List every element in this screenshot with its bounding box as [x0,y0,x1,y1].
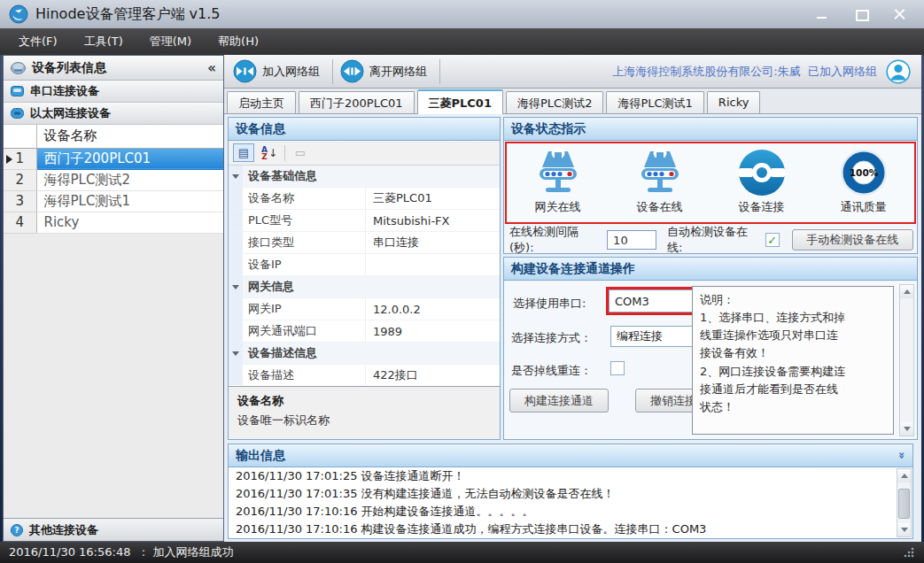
property-row[interactable]: 设备名称 三菱PLC01 [229,188,500,210]
note-scrollbar[interactable] [899,284,914,436]
property-row[interactable]: 设备描述 422接口 [229,365,500,385]
description-text: 设备唯一标识名称 [237,413,491,428]
property-row[interactable]: 网关IP 12.0.0.2 [229,298,500,320]
property-value[interactable]: 1989 [365,320,500,342]
log-line: 2016/11/30 17:01:35 没有构建连接通道，无法自动检测设备是否在… [229,485,912,503]
sidebar-collapse-icon[interactable]: « [207,60,216,76]
status-indicator-frame: 网关在线 设备在线 [505,142,916,224]
tab-hite-plc-test1[interactable]: 海得PLC测试1 [606,91,703,113]
mode-select-label: 选择连接方式： [511,330,592,346]
collapse-arrow-icon[interactable] [232,351,239,356]
toolbar-separator [439,59,440,84]
sidebar-item-other-devices[interactable]: ? 其他连接设备 [4,518,223,541]
serial-device-icon [11,86,24,96]
status-message: 2016/11/30 16:56:48 : 加入网络组成功 [9,544,234,560]
device-connect-icon [737,148,787,197]
property-row[interactable]: PLC型号 Mitsubishi-FX [229,210,500,232]
company-status-text: 上海海得控制系统股份有限公司:朱威 已加入网络组 [612,64,877,80]
log-line: 2016/11/30 17:10:16 开始构建设备连接通道。。。。。 [229,503,912,521]
tab-home[interactable]: 启动主页 [227,91,296,113]
property-category[interactable]: 设备基础信息 [229,166,500,188]
table-row[interactable]: 3 海得PLC测试1 [4,190,223,212]
categorized-view-icon[interactable]: ▤ [233,143,254,162]
build-channel-button[interactable]: 构建连接通道 [509,389,609,413]
menu-bar: 文件(F) 工具(T) 管理(M) 帮助(H) [0,28,924,55]
document-tab-bar: 启动主页 西门子200PLC01 三菱PLC01 海得PLC测试2 海得PLC测… [224,89,921,114]
collapse-arrow-icon[interactable] [232,174,239,179]
device-list-icon [11,62,26,74]
scroll-up-icon[interactable] [900,285,913,298]
reconnect-checkbox[interactable] [610,361,625,375]
interval-input[interactable] [607,230,656,250]
sidebar-item-ethernet-devices[interactable]: 以太网连接设备 [4,103,223,125]
property-value[interactable]: 三菱PLC01 [365,188,500,209]
sidebar-item-label: 其他连接设备 [29,522,98,538]
sidebar-header[interactable]: 设备列表信息 « [4,56,223,81]
device-table: 设备名称 1 西门子200PLC01 2 海得PLC测试2 3 海得PLC测试1… [4,125,223,234]
device-online-indicator: 设备在线 [609,143,710,222]
scroll-down-icon[interactable] [900,422,913,436]
output-collapse-icon[interactable]: » [895,451,908,459]
ethernet-device-icon [11,108,24,119]
auto-detect-checkbox[interactable]: ✓ [765,233,780,247]
property-value[interactable]: 串口连接 [365,232,500,253]
table-row[interactable]: 1 西门子200PLC01 [4,148,223,169]
row-index-cell: 4 [4,212,36,233]
gateway-online-indicator: 网关在线 [507,143,609,222]
property-grid: 设备基础信息 设备名称 三菱PLC01 PLC型号 Mitsubishi-FX [229,166,500,385]
device-name-cell[interactable]: 西门子200PLC01 [36,148,223,169]
device-name-cell[interactable]: 海得PLC测试2 [36,169,223,190]
user-avatar-icon [886,59,911,84]
property-name: 设备描述 [243,365,365,385]
device-info-header: 设备信息 [229,118,500,141]
gateway-online-icon [533,148,583,197]
channel-ops-body: 选择使用串口: COM3 选择连接方式： 编程连接 是否掉线重连： 构 [504,281,917,439]
tab-ricky[interactable]: Ricky [707,91,761,113]
property-row[interactable]: 接口类型 串口连接 [229,232,500,254]
tab-siemens200plc01[interactable]: 西门子200PLC01 [299,91,415,113]
close-icon[interactable] [894,8,906,20]
property-row[interactable]: 设备IP [229,254,500,276]
join-network-button[interactable]: 加入网络组 [231,58,327,85]
property-category[interactable]: 设备描述信息 [229,343,500,365]
resize-grip-icon[interactable] [903,546,915,559]
leave-network-button[interactable]: 离开网络组 [338,58,434,85]
description-title: 设备名称 [237,393,491,409]
alphabetical-sort-icon[interactable]: AZ↓ [259,143,280,162]
tab-mitsubishi-plc01[interactable]: 三菱PLC01 [417,89,503,114]
property-value[interactable]: Mitsubishi-FX [365,210,500,231]
minimize-icon[interactable] [816,8,828,20]
collapse-arrow-icon[interactable] [232,285,239,289]
indicator-label: 网关在线 [535,199,581,215]
device-name-header: 设备名称 [36,125,223,148]
property-category[interactable]: 网关信息 [229,276,500,298]
property-row[interactable]: 网关通讯端口 1989 [229,320,500,343]
manual-detect-button[interactable]: 手动检测设备在线 [792,229,913,251]
output-title: 输出信息 [236,448,285,464]
property-value[interactable]: 12.0.0.2 [365,298,500,320]
scroll-down-icon[interactable] [897,523,911,536]
device-name-cell[interactable]: 海得PLC测试1 [36,190,223,212]
property-name: 设备IP [243,254,365,275]
device-name-cell[interactable]: Ricky [36,212,223,233]
maximize-icon[interactable] [855,8,867,20]
property-value[interactable]: 422接口 [365,365,500,385]
property-name: 接口类型 [243,232,365,253]
output-scrollbar[interactable] [897,468,912,537]
sidebar-item-serial-devices[interactable]: 串口连接设备 [4,81,223,103]
window-title: Hinode设备管理客户端 v1.5 [35,5,220,24]
scrollbar-thumb[interactable] [898,489,910,519]
menu-file[interactable]: 文件(F) [5,28,71,55]
menu-manage[interactable]: 管理(M) [136,28,205,55]
menu-help[interactable]: 帮助(H) [205,28,272,55]
channel-ops-panel: 构建设备连接通道操作 选择使用串口: COM3 选择连接方式： 编程连接 [503,257,918,440]
menu-tools[interactable]: 工具(T) [71,28,136,55]
tab-hite-plc-test2[interactable]: 海得PLC测试2 [506,91,603,113]
property-value[interactable] [365,254,500,275]
property-pages-icon: ▭ [290,143,311,162]
table-row[interactable]: 4 Ricky [4,212,223,233]
scroll-up-icon[interactable] [897,469,911,482]
index-header-cell [4,125,36,148]
leave-network-icon [340,59,364,83]
table-row[interactable]: 2 海得PLC测试2 [4,169,223,190]
